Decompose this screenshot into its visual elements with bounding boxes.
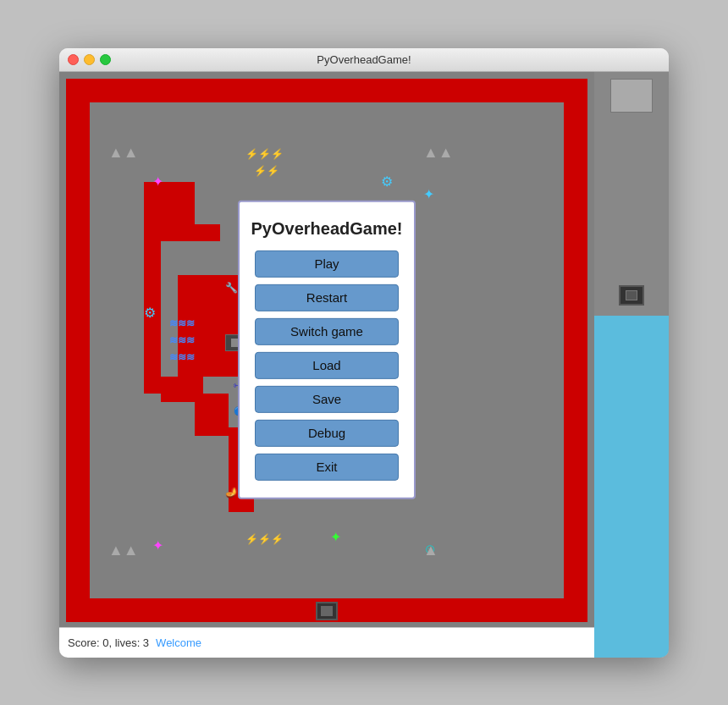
rock-sprite-3: ▲▲ (108, 144, 139, 162)
wave-sprite: ≋≋≋ (169, 351, 195, 363)
button-inner (626, 290, 637, 300)
switch-game-button[interactable]: Switch game (255, 317, 399, 344)
maximize-button[interactable] (100, 54, 111, 65)
lightning-sprite: ⚡⚡ (254, 165, 279, 177)
red-block (144, 182, 195, 224)
enemy-sprite-3: ⚙ (381, 173, 393, 190)
bottom-char-inner (321, 606, 333, 616)
enemy-sprite-1: ✦ (152, 173, 163, 190)
welcome-text: Welcome (156, 636, 201, 649)
title-bar: PyOverheadGame! (59, 48, 669, 72)
bottom-character-indicator (316, 602, 338, 620)
app-window: PyOverheadGame! ≋≋≋ ≋≋≋ ≋≋≋ ≋≋≋ ≋≋≋ ≋≋≋ (59, 48, 669, 658)
sidebar-dark-button[interactable] (619, 285, 644, 306)
window-title: PyOverheadGame! (317, 53, 411, 66)
sidebar-top-rect (610, 79, 653, 113)
game-menu: PyOverheadGame! Play Restart Switch game… (238, 200, 416, 498)
game-area: ≋≋≋ ≋≋≋ ≋≋≋ ≋≋≋ ≋≋≋ ≋≋≋ ⚡⚡⚡ ⚡⚡ ⚡⚡⚡ ✦ ✦ ⚙… (59, 72, 594, 658)
menu-title: PyOverheadGame! (251, 218, 403, 238)
lightning-sprite: ⚡⚡⚡ (245, 148, 284, 160)
score-lives-text: Score: 0, lives: 3 (68, 636, 149, 649)
rock-sprite-1: ▲▲ (108, 542, 139, 559)
enemy-sprite-2: ✦ (152, 537, 163, 554)
sidebar-blue-panel (594, 316, 669, 658)
close-button[interactable] (68, 54, 79, 65)
lightning-sprite-bottom: ⚡⚡⚡ (245, 533, 284, 545)
rock-sprite-2: ▲▲ (423, 144, 454, 162)
item-sprite: 🪔 (225, 487, 238, 498)
red-block (195, 394, 229, 436)
enemy-sprite-7: ✦ (330, 529, 341, 545)
restart-button[interactable]: Restart (255, 284, 399, 311)
load-button[interactable]: Load (255, 351, 399, 378)
debug-button[interactable]: Debug (255, 419, 399, 446)
window-controls (68, 54, 111, 65)
player-sprite: ⚙ (144, 305, 156, 321)
minimize-button[interactable] (84, 54, 95, 65)
wave-sprite: ≋≋≋ (169, 317, 195, 329)
barrel-sprite: 🔧 (225, 282, 238, 294)
save-button[interactable]: Save (255, 385, 399, 412)
wave-sprite: ≋≋≋ (169, 334, 195, 346)
play-button[interactable]: Play (255, 250, 399, 277)
window-content: ≋≋≋ ≋≋≋ ≋≋≋ ≋≋≋ ≋≋≋ ≋≋≋ ⚡⚡⚡ ⚡⚡ ⚡⚡⚡ ✦ ✦ ⚙… (59, 72, 669, 658)
rock-sprite-4: ▲ (423, 542, 438, 559)
enemy-sprite-4: ✦ (423, 186, 434, 202)
status-bar: Score: 0, lives: 3 Welcome (59, 627, 594, 658)
red-block (144, 224, 220, 241)
exit-button[interactable]: Exit (255, 453, 399, 480)
right-sidebar (594, 72, 669, 658)
